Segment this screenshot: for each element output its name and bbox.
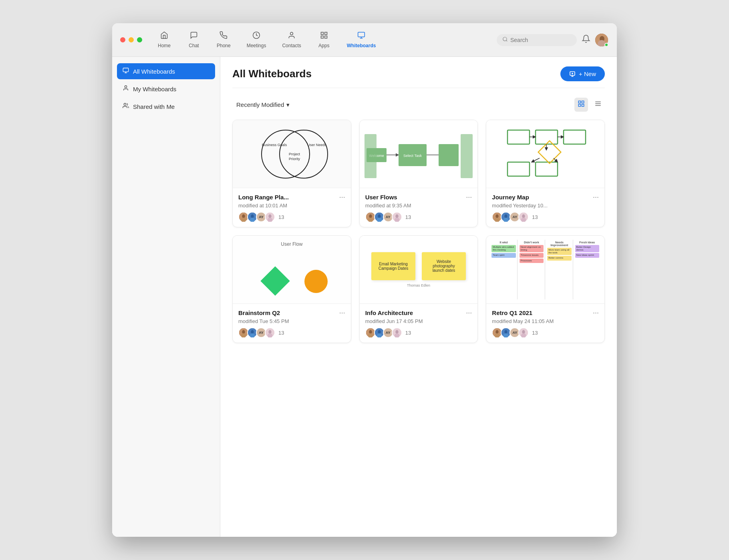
shared-icon <box>123 102 129 110</box>
svg-point-59 <box>378 215 381 218</box>
svg-point-79 <box>505 215 507 218</box>
svg-rect-25 <box>582 101 584 103</box>
chevron-down-icon: ▾ <box>286 101 290 108</box>
close-button[interactable] <box>120 37 125 42</box>
sidebar-item-all-whiteboards[interactable]: All Whiteboards <box>117 63 215 79</box>
titlebar: Home Chat Phone Meetings <box>112 23 617 57</box>
avatar-3 <box>392 212 402 222</box>
collaborators-count: 13 <box>532 330 538 336</box>
minimize-button[interactable] <box>129 37 134 42</box>
whiteboard-title: Journey Map <box>492 194 529 201</box>
brainstorm-label: User Flow <box>281 241 302 247</box>
svg-rect-65 <box>536 130 558 144</box>
search-input[interactable] <box>510 37 571 43</box>
nav-item-meetings[interactable]: Meetings <box>240 29 274 51</box>
new-whiteboard-button[interactable]: + New <box>560 66 605 81</box>
svg-rect-54 <box>461 134 473 178</box>
whiteboard-title: Info Architecture <box>365 309 413 316</box>
whiteboard-card-retro[interactable]: It wkd Multiple wins added this meeting … <box>486 235 605 343</box>
whiteboard-card-journey-map[interactable]: Journey Map ··· modified Yesterday 10... <box>486 120 605 227</box>
collaborators-count: 13 <box>278 330 284 336</box>
maximize-button[interactable] <box>137 37 142 42</box>
sidebar-item-my-whiteboards[interactable]: My Whiteboards <box>117 81 215 97</box>
more-options-button[interactable]: ··· <box>339 193 345 201</box>
sticky-note-1: Email Marketing Campaign Dates <box>371 252 415 280</box>
chat-icon <box>190 31 198 41</box>
svg-line-74 <box>554 158 558 162</box>
svg-point-103 <box>496 330 499 334</box>
list-view-button[interactable] <box>591 98 605 112</box>
more-options-button[interactable]: ··· <box>593 309 599 317</box>
nav-item-apps[interactable]: Apps <box>310 29 338 51</box>
search-bar[interactable] <box>497 34 577 46</box>
apps-icon <box>320 31 328 41</box>
collaborators-count: 13 <box>278 214 284 220</box>
sidebar-label-shared-with-me: Shared with Me <box>133 103 175 110</box>
svg-point-1 <box>290 32 293 35</box>
svg-point-41 <box>251 215 254 218</box>
online-status-dot <box>604 43 608 47</box>
more-options-button[interactable]: ··· <box>339 309 345 317</box>
nav-label-phone: Phone <box>217 43 231 48</box>
svg-point-109 <box>522 330 525 334</box>
sidebar: All Whiteboards My Whiteboards Shared wi… <box>112 57 220 537</box>
whiteboard-title: Retro Q1 2021 <box>492 309 532 316</box>
avatar-3 <box>392 327 402 338</box>
more-options-button[interactable]: ··· <box>466 193 472 201</box>
nav-item-contacts[interactable]: Contacts <box>275 29 308 51</box>
nav-label-whiteboards: Whiteboards <box>347 43 376 48</box>
whiteboard-grid: Business Goals User Needs Project Priori… <box>232 120 605 343</box>
filter-bar: Recently Modified ▾ <box>232 98 605 112</box>
avatar-3 <box>518 327 529 338</box>
whiteboard-card-user-flows[interactable]: Welcome Select Task <box>359 120 478 227</box>
whiteboard-card-info-arch[interactable]: Email Marketing Campaign Dates Website p… <box>359 235 478 343</box>
whiteboard-avatars: AY 13 <box>365 327 472 338</box>
svg-point-85 <box>242 330 245 334</box>
user-avatar-wrapper[interactable] <box>594 33 609 47</box>
more-options-button[interactable]: ··· <box>466 309 472 317</box>
whiteboard-preview-retro: It wkd Multiple wins added this meeting … <box>486 236 604 304</box>
svg-point-12 <box>600 36 604 42</box>
page-title: All Whiteboards <box>232 68 312 80</box>
svg-text:User Needs: User Needs <box>308 143 327 147</box>
whiteboard-info-info-arch: Info Architecture ··· modified Jun 17 4:… <box>360 304 478 343</box>
nav-item-home[interactable]: Home <box>150 29 178 51</box>
more-options-button[interactable]: ··· <box>593 193 599 201</box>
svg-text:Select Task: Select Task <box>403 154 422 158</box>
nav-label-home: Home <box>158 43 171 48</box>
svg-point-56 <box>369 215 372 218</box>
nav-label-apps: Apps <box>318 43 329 48</box>
whiteboard-card-long-range[interactable]: Business Goals User Needs Project Priori… <box>232 120 351 227</box>
collaborators-count: 13 <box>405 330 411 336</box>
whiteboard-modified: modified at 10:01 AM <box>238 203 345 209</box>
my-whiteboards-icon <box>123 85 129 93</box>
traffic-lights <box>120 37 142 42</box>
main-layout: All Whiteboards My Whiteboards Shared wi… <box>112 57 617 537</box>
search-icon <box>502 36 508 44</box>
view-toggle <box>574 98 605 112</box>
svg-point-9 <box>503 37 507 40</box>
nav-item-chat[interactable]: Chat <box>180 29 208 51</box>
nav-item-whiteboards[interactable]: Whiteboards <box>340 29 383 51</box>
svg-rect-68 <box>507 162 530 176</box>
notifications-icon[interactable] <box>582 34 590 45</box>
whiteboard-avatars: AY 13 <box>238 327 345 338</box>
new-button-label: + New <box>579 70 596 77</box>
nav-item-phone[interactable]: Phone <box>209 29 238 51</box>
header-icons <box>582 33 609 47</box>
whiteboard-preview-journey <box>486 120 604 188</box>
svg-rect-27 <box>578 104 580 106</box>
whiteboard-info-retro: Retro Q1 2021 ··· modified May 24 11:05 … <box>486 304 604 343</box>
whiteboard-title: User Flows <box>365 194 397 201</box>
whiteboard-card-brainstorm[interactable]: User Flow Brainstorm Q2 ··· modified Tue… <box>232 235 351 343</box>
svg-line-10 <box>506 40 507 41</box>
svg-point-97 <box>378 330 381 334</box>
svg-rect-4 <box>324 36 327 38</box>
sidebar-item-shared-with-me[interactable]: Shared with Me <box>117 98 215 114</box>
svg-rect-67 <box>536 162 558 176</box>
sidebar-label-all-whiteboards: All Whiteboards <box>133 68 175 75</box>
svg-rect-24 <box>578 101 580 103</box>
whiteboard-info-brainstorm: Brainstorm Q2 ··· modified Tue 5:45 PM A <box>233 304 351 343</box>
grid-view-button[interactable] <box>574 98 588 112</box>
filter-dropdown[interactable]: Recently Modified ▾ <box>232 99 294 111</box>
